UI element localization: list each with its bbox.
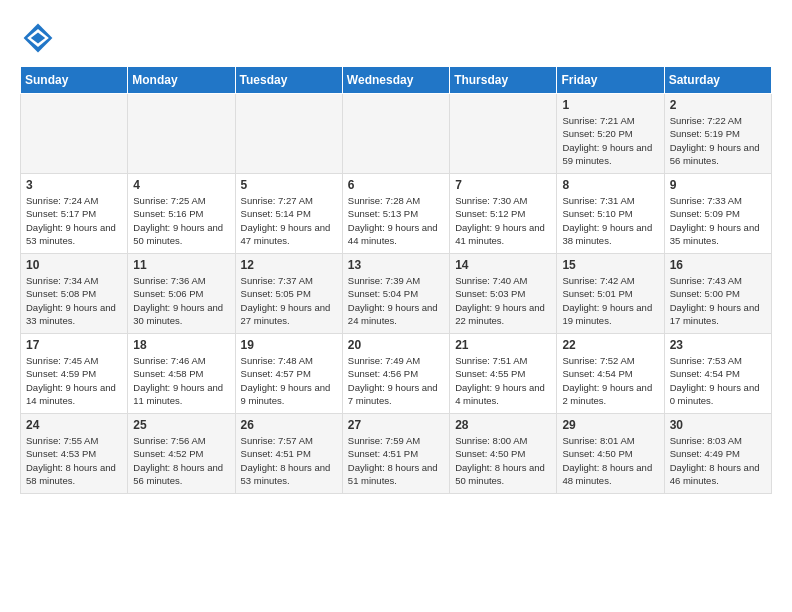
day-number: 26 [241, 418, 337, 432]
day-number: 28 [455, 418, 551, 432]
weekday-header-thursday: Thursday [450, 67, 557, 94]
day-info: Sunrise: 7:22 AM Sunset: 5:19 PM Dayligh… [670, 114, 766, 167]
calendar-cell: 25Sunrise: 7:56 AM Sunset: 4:52 PM Dayli… [128, 414, 235, 494]
calendar-cell: 16Sunrise: 7:43 AM Sunset: 5:00 PM Dayli… [664, 254, 771, 334]
calendar-cell: 7Sunrise: 7:30 AM Sunset: 5:12 PM Daylig… [450, 174, 557, 254]
calendar-cell: 20Sunrise: 7:49 AM Sunset: 4:56 PM Dayli… [342, 334, 449, 414]
day-info: Sunrise: 7:28 AM Sunset: 5:13 PM Dayligh… [348, 194, 444, 247]
day-number: 23 [670, 338, 766, 352]
calendar-cell: 28Sunrise: 8:00 AM Sunset: 4:50 PM Dayli… [450, 414, 557, 494]
weekday-header-row: SundayMondayTuesdayWednesdayThursdayFrid… [21, 67, 772, 94]
day-number: 9 [670, 178, 766, 192]
day-info: Sunrise: 7:49 AM Sunset: 4:56 PM Dayligh… [348, 354, 444, 407]
day-number: 3 [26, 178, 122, 192]
day-info: Sunrise: 7:46 AM Sunset: 4:58 PM Dayligh… [133, 354, 229, 407]
day-info: Sunrise: 7:30 AM Sunset: 5:12 PM Dayligh… [455, 194, 551, 247]
day-info: Sunrise: 7:24 AM Sunset: 5:17 PM Dayligh… [26, 194, 122, 247]
calendar-cell: 14Sunrise: 7:40 AM Sunset: 5:03 PM Dayli… [450, 254, 557, 334]
calendar-cell [342, 94, 449, 174]
weekday-header-monday: Monday [128, 67, 235, 94]
day-info: Sunrise: 7:27 AM Sunset: 5:14 PM Dayligh… [241, 194, 337, 247]
day-info: Sunrise: 7:55 AM Sunset: 4:53 PM Dayligh… [26, 434, 122, 487]
calendar-cell: 17Sunrise: 7:45 AM Sunset: 4:59 PM Dayli… [21, 334, 128, 414]
calendar-cell: 5Sunrise: 7:27 AM Sunset: 5:14 PM Daylig… [235, 174, 342, 254]
calendar-cell: 19Sunrise: 7:48 AM Sunset: 4:57 PM Dayli… [235, 334, 342, 414]
day-number: 5 [241, 178, 337, 192]
weekday-header-wednesday: Wednesday [342, 67, 449, 94]
day-info: Sunrise: 7:45 AM Sunset: 4:59 PM Dayligh… [26, 354, 122, 407]
day-info: Sunrise: 7:21 AM Sunset: 5:20 PM Dayligh… [562, 114, 658, 167]
weekday-header-tuesday: Tuesday [235, 67, 342, 94]
calendar-cell: 26Sunrise: 7:57 AM Sunset: 4:51 PM Dayli… [235, 414, 342, 494]
day-info: Sunrise: 7:59 AM Sunset: 4:51 PM Dayligh… [348, 434, 444, 487]
calendar-cell [21, 94, 128, 174]
day-number: 17 [26, 338, 122, 352]
calendar-cell: 1Sunrise: 7:21 AM Sunset: 5:20 PM Daylig… [557, 94, 664, 174]
day-info: Sunrise: 7:33 AM Sunset: 5:09 PM Dayligh… [670, 194, 766, 247]
calendar-cell: 30Sunrise: 8:03 AM Sunset: 4:49 PM Dayli… [664, 414, 771, 494]
logo [20, 20, 60, 56]
logo-icon [20, 20, 56, 56]
day-number: 30 [670, 418, 766, 432]
calendar-cell: 15Sunrise: 7:42 AM Sunset: 5:01 PM Dayli… [557, 254, 664, 334]
calendar-cell: 13Sunrise: 7:39 AM Sunset: 5:04 PM Dayli… [342, 254, 449, 334]
day-number: 4 [133, 178, 229, 192]
calendar-week-3: 10Sunrise: 7:34 AM Sunset: 5:08 PM Dayli… [21, 254, 772, 334]
calendar-cell: 18Sunrise: 7:46 AM Sunset: 4:58 PM Dayli… [128, 334, 235, 414]
day-number: 6 [348, 178, 444, 192]
calendar-week-2: 3Sunrise: 7:24 AM Sunset: 5:17 PM Daylig… [21, 174, 772, 254]
calendar-cell: 11Sunrise: 7:36 AM Sunset: 5:06 PM Dayli… [128, 254, 235, 334]
day-number: 19 [241, 338, 337, 352]
day-info: Sunrise: 7:43 AM Sunset: 5:00 PM Dayligh… [670, 274, 766, 327]
day-number: 13 [348, 258, 444, 272]
day-number: 20 [348, 338, 444, 352]
day-number: 22 [562, 338, 658, 352]
day-info: Sunrise: 7:48 AM Sunset: 4:57 PM Dayligh… [241, 354, 337, 407]
calendar-cell: 12Sunrise: 7:37 AM Sunset: 5:05 PM Dayli… [235, 254, 342, 334]
calendar-table: SundayMondayTuesdayWednesdayThursdayFrid… [20, 66, 772, 494]
calendar-cell: 2Sunrise: 7:22 AM Sunset: 5:19 PM Daylig… [664, 94, 771, 174]
day-info: Sunrise: 7:25 AM Sunset: 5:16 PM Dayligh… [133, 194, 229, 247]
day-number: 10 [26, 258, 122, 272]
weekday-header-sunday: Sunday [21, 67, 128, 94]
day-number: 25 [133, 418, 229, 432]
calendar-cell [235, 94, 342, 174]
calendar-week-1: 1Sunrise: 7:21 AM Sunset: 5:20 PM Daylig… [21, 94, 772, 174]
day-info: Sunrise: 7:37 AM Sunset: 5:05 PM Dayligh… [241, 274, 337, 327]
day-info: Sunrise: 7:57 AM Sunset: 4:51 PM Dayligh… [241, 434, 337, 487]
day-info: Sunrise: 8:00 AM Sunset: 4:50 PM Dayligh… [455, 434, 551, 487]
day-info: Sunrise: 7:56 AM Sunset: 4:52 PM Dayligh… [133, 434, 229, 487]
calendar-cell: 24Sunrise: 7:55 AM Sunset: 4:53 PM Dayli… [21, 414, 128, 494]
calendar-cell: 21Sunrise: 7:51 AM Sunset: 4:55 PM Dayli… [450, 334, 557, 414]
day-info: Sunrise: 7:53 AM Sunset: 4:54 PM Dayligh… [670, 354, 766, 407]
day-info: Sunrise: 7:36 AM Sunset: 5:06 PM Dayligh… [133, 274, 229, 327]
calendar-cell: 23Sunrise: 7:53 AM Sunset: 4:54 PM Dayli… [664, 334, 771, 414]
calendar-cell: 29Sunrise: 8:01 AM Sunset: 4:50 PM Dayli… [557, 414, 664, 494]
day-info: Sunrise: 8:01 AM Sunset: 4:50 PM Dayligh… [562, 434, 658, 487]
calendar-cell: 8Sunrise: 7:31 AM Sunset: 5:10 PM Daylig… [557, 174, 664, 254]
day-number: 18 [133, 338, 229, 352]
day-number: 2 [670, 98, 766, 112]
page: SundayMondayTuesdayWednesdayThursdayFrid… [0, 0, 792, 514]
weekday-header-saturday: Saturday [664, 67, 771, 94]
calendar-week-5: 24Sunrise: 7:55 AM Sunset: 4:53 PM Dayli… [21, 414, 772, 494]
day-info: Sunrise: 7:31 AM Sunset: 5:10 PM Dayligh… [562, 194, 658, 247]
day-number: 12 [241, 258, 337, 272]
calendar-cell: 10Sunrise: 7:34 AM Sunset: 5:08 PM Dayli… [21, 254, 128, 334]
header [20, 20, 772, 56]
calendar-cell: 6Sunrise: 7:28 AM Sunset: 5:13 PM Daylig… [342, 174, 449, 254]
day-number: 1 [562, 98, 658, 112]
calendar-cell: 9Sunrise: 7:33 AM Sunset: 5:09 PM Daylig… [664, 174, 771, 254]
day-number: 27 [348, 418, 444, 432]
calendar-week-4: 17Sunrise: 7:45 AM Sunset: 4:59 PM Dayli… [21, 334, 772, 414]
day-info: Sunrise: 7:40 AM Sunset: 5:03 PM Dayligh… [455, 274, 551, 327]
day-number: 8 [562, 178, 658, 192]
day-number: 11 [133, 258, 229, 272]
day-number: 21 [455, 338, 551, 352]
day-number: 7 [455, 178, 551, 192]
calendar-cell: 4Sunrise: 7:25 AM Sunset: 5:16 PM Daylig… [128, 174, 235, 254]
day-info: Sunrise: 7:42 AM Sunset: 5:01 PM Dayligh… [562, 274, 658, 327]
day-info: Sunrise: 8:03 AM Sunset: 4:49 PM Dayligh… [670, 434, 766, 487]
day-info: Sunrise: 7:34 AM Sunset: 5:08 PM Dayligh… [26, 274, 122, 327]
calendar-cell: 22Sunrise: 7:52 AM Sunset: 4:54 PM Dayli… [557, 334, 664, 414]
